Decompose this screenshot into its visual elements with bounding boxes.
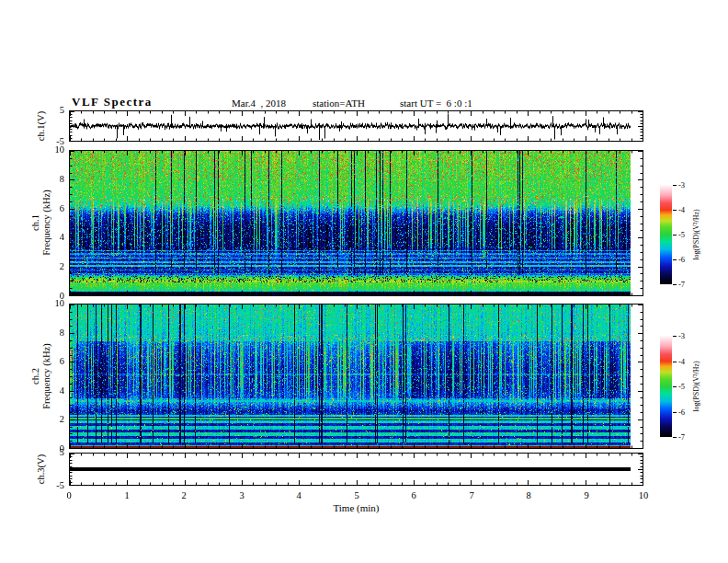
ch1-spectrogram-ylabel: ch.1 Frequency (kHz) xyxy=(30,190,52,255)
x-tick-label: 0 xyxy=(58,490,80,501)
x-tick-label: 6 xyxy=(403,490,425,501)
x-tick-label: 1 xyxy=(116,490,138,501)
colorbar-tick xyxy=(673,437,677,438)
colorbar-tick xyxy=(673,259,677,260)
x-tick-label: 3 xyxy=(231,490,253,501)
y-tick-label-ch1_spectrogram: 4 xyxy=(40,232,64,243)
y-tick-label-ch1_spectrogram: 2 xyxy=(40,261,64,272)
colorbar-tick xyxy=(673,284,677,285)
ch3-waveform-panel xyxy=(69,453,643,486)
y-tick-label-ch3_waveform: 5 xyxy=(40,447,64,458)
y-tick-label-ch1_spectrogram: 10 xyxy=(40,144,64,155)
colorbar-tick-label: -4 xyxy=(678,357,685,366)
colorbar-ch1 xyxy=(660,185,672,284)
vlf-spectra-figure: VLF Spectra Mar.4 , 2018 station=ATH sta… xyxy=(0,0,728,563)
x-tick-label: 2 xyxy=(173,490,195,501)
colorbar-tick-label: -6 xyxy=(678,408,685,417)
colorbar-tick-label: -4 xyxy=(678,205,685,214)
colorbar-tick-label: -6 xyxy=(678,255,685,264)
y-tick-label-ch2_spectrogram: 4 xyxy=(40,385,64,396)
colorbar-tick xyxy=(673,362,677,362)
x-tick-label: 8 xyxy=(518,490,540,501)
x-tick-label: 9 xyxy=(575,490,597,501)
figure-station: station=ATH xyxy=(313,98,365,109)
x-tick-label: 5 xyxy=(346,490,368,501)
x-tick-label: 4 xyxy=(288,490,310,501)
x-tick-label: 7 xyxy=(461,490,483,501)
ch1-waveform-panel xyxy=(69,110,643,142)
y-tick-label-ch1_spectrogram: 6 xyxy=(40,203,64,214)
colorbar-tick xyxy=(673,412,677,413)
colorbar-tick-label: -7 xyxy=(678,432,685,442)
y-tick-label-ch1_spectrogram: 8 xyxy=(40,174,64,185)
x-axis-title: Time (min) xyxy=(69,502,643,513)
ch1-waveform-canvas xyxy=(70,111,643,141)
figure-title: VLF Spectra xyxy=(72,95,153,109)
colorbar-ch2 xyxy=(660,336,672,437)
colorbar-ch2-label: log(PSD)(V²/Hz) xyxy=(692,361,700,411)
y-tick-label-ch2_spectrogram: 2 xyxy=(40,414,64,425)
figure-start-ut: start UT = 6 :0 :1 xyxy=(400,98,472,109)
colorbar-tick xyxy=(673,336,677,337)
ch2-spectrogram-ylabel: ch.2 Frequency (kHz) xyxy=(30,343,52,408)
ch2-spectrogram-panel xyxy=(69,304,643,449)
x-tick-label: 10 xyxy=(632,490,654,501)
colorbar-tick xyxy=(673,235,677,236)
ch3-waveform-canvas xyxy=(70,454,643,485)
ch2-spectrogram-ylabel-line2: Frequency (kHz) xyxy=(41,343,52,408)
ch1-spectrogram-canvas xyxy=(70,151,643,295)
ch2-spectrogram-ylabel-line1: ch.2 xyxy=(30,343,41,408)
colorbar-tick-label: -3 xyxy=(678,331,685,340)
ch1-spectrogram-panel xyxy=(69,150,643,296)
y-tick-label-ch2_spectrogram: 6 xyxy=(40,356,64,367)
colorbar-tick-label: -5 xyxy=(678,230,685,239)
ch1-spectrogram-ylabel-line2: Frequency (kHz) xyxy=(41,190,52,255)
colorbar-tick xyxy=(673,210,677,211)
colorbar-tick-label: -7 xyxy=(678,280,685,289)
colorbar-tick xyxy=(673,185,677,186)
y-tick-label-ch1_waveform: 5 xyxy=(40,105,64,116)
colorbar-tick xyxy=(673,386,677,387)
figure-date: Mar.4 , 2018 xyxy=(232,98,286,109)
colorbar-ch1-label: log(PSD)(V²/Hz) xyxy=(692,209,700,259)
colorbar-tick-label: -3 xyxy=(678,180,685,190)
colorbar-tick-label: -5 xyxy=(678,382,685,391)
ch1-spectrogram-ylabel-line1: ch.1 xyxy=(30,190,41,255)
y-tick-label-ch2_spectrogram: 10 xyxy=(40,298,64,309)
y-tick-label-ch2_spectrogram: 8 xyxy=(40,327,64,339)
ch2-spectrogram-canvas xyxy=(70,304,643,448)
